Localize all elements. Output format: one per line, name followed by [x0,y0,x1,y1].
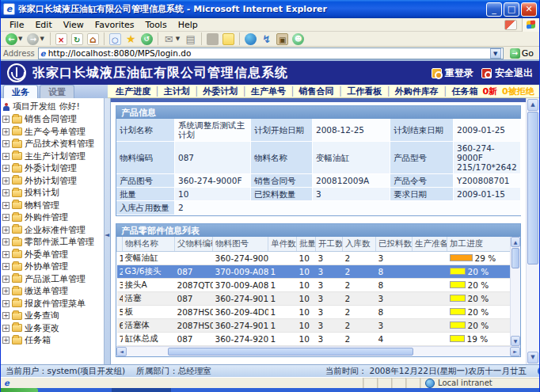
column-header[interactable]: 入库数 [343,237,376,252]
history-icon[interactable]: ↺ [139,32,154,46]
home-icon[interactable]: ⌂ [86,32,101,46]
expand-icon[interactable]: + [2,337,10,344]
sidebar-item-10[interactable]: +企业标准件管理 [1,224,104,237]
go-button[interactable]: → Go [507,48,537,59]
scroll-down-icon[interactable]: ▼ [511,336,520,346]
column-header[interactable]: 物料名称 [123,237,175,252]
maximize-button[interactable]: □ [504,2,519,17]
column-header[interactable]: 加工进度 [447,237,511,252]
tab-业务[interactable]: 业务 [3,85,38,98]
nav-item-6[interactable]: 工作看板 [347,86,382,97]
expand-icon[interactable]: + [2,226,10,234]
print-icon[interactable]: ▤ [183,32,198,46]
stop-icon[interactable]: × [54,32,69,46]
favorites-icon[interactable]: ★ [124,32,139,46]
table-row[interactable]: 6活塞体2087HS002360-274-9011W11032320 % [117,318,511,332]
page-scroll-down-icon[interactable]: ▼ [527,352,538,363]
column-header[interactable]: 已投料数 [376,237,413,252]
taskbar-task-button[interactable] [112,388,171,392]
forward-dropdown-icon[interactable]: ▼ [39,36,44,42]
scroll-right-icon[interactable]: ► [510,347,520,356]
show-help-link[interactable]: ? 显示帮助 [538,366,540,377]
table-row[interactable]: 5板2087HS002360-209-4D01011032820 % [117,305,511,318]
table-row[interactable]: 2G3/6接头087370-009-A084011032820 % [117,265,511,278]
forward-icon[interactable]: →▼ [25,32,46,46]
expand-icon[interactable]: + [2,189,10,196]
table-row[interactable]: 4活塞087360-274-9010F11032320 % [117,291,511,305]
expand-icon[interactable]: + [2,202,10,209]
page-scroll-up-icon[interactable]: ▲ [527,99,538,111]
refresh-icon[interactable]: ↻ [70,32,85,46]
sidebar-item-11[interactable]: +零部件派工单管理 [1,236,104,249]
expand-icon[interactable]: + [2,325,10,332]
sidebar-splitter[interactable]: ◄ [105,98,111,364]
nav-item-3[interactable]: 外委计划 [203,86,238,97]
menu-item-view[interactable]: View [58,19,89,31]
column-header[interactable]: 单件数量 [268,237,297,252]
address-input[interactable] [48,48,488,59]
sidebar-item-2[interactable]: +生产令号单管理 [1,126,104,139]
sidebar-item-18[interactable]: +业务更改 [1,322,104,335]
world-icon[interactable] [243,32,258,46]
column-header[interactable]: 父物料编码 [175,237,213,252]
column-header[interactable]: 生产准备 [413,237,447,252]
sidebar-item-4[interactable]: +主生产计划管理 [1,150,104,163]
nav-item-8[interactable]: 任务箱 [451,86,477,97]
page-vertical-scrollbar[interactable]: ▲ ▼ [526,98,539,364]
logout-button[interactable]: 安全退出 [481,67,533,80]
research-icon[interactable]: ▣ [275,32,290,46]
nav-item-2[interactable]: 主计划 [164,86,190,97]
sidebar-item-17[interactable]: +业务查询 [1,310,104,322]
sidebar-item-7[interactable]: +投料计划 [1,187,104,200]
relogin-button[interactable]: 重登录 [432,67,473,80]
sidebar-item-9[interactable]: +外购件管理 [1,211,104,224]
note-icon[interactable] [221,32,236,46]
column-header[interactable]: 批量 [297,237,316,252]
parts-vertical-scrollbar[interactable]: ▲ ▼ [510,237,520,346]
parts-horizontal-scrollbar[interactable]: ◄ ► [116,346,520,356]
windows-taskbar[interactable] [1,388,539,392]
expand-icon[interactable]: + [2,140,10,147]
messenger-icon[interactable]: ☻ [291,32,306,46]
tab-设置[interactable]: 设置 [40,85,74,98]
mail-dropdown-icon[interactable]: ▼ [175,36,181,42]
page-scroll-thumb[interactable] [527,112,538,265]
table-row[interactable]: 7缸体总成087360-274-9200F11032419 % [117,332,511,345]
back-icon[interactable]: ←▼ [4,32,25,46]
minimize-button[interactable]: _ [486,2,502,17]
expand-icon[interactable]: + [2,238,10,245]
expand-icon[interactable]: + [2,153,10,160]
draw-icon[interactable]: ↯ [259,32,274,46]
address-dropdown-icon[interactable]: ▼ [490,48,501,59]
sidebar-item-13[interactable]: +外协单管理 [1,261,104,273]
expand-icon[interactable]: + [2,214,10,221]
expand-icon[interactable]: + [2,116,10,123]
menu-item-file[interactable]: File [4,19,29,31]
expand-icon[interactable]: + [2,276,10,283]
sidebar-item-19[interactable]: +任务箱 [1,334,104,347]
search-icon[interactable]: ○ [108,32,123,46]
column-header[interactable]: 开工数 [316,237,343,252]
menu-item-favorites[interactable]: Favorites [89,19,140,31]
parts-scroll-thumb[interactable] [511,248,519,268]
start-button[interactable] [1,388,38,392]
sidebar-item-15[interactable]: +缴送单管理 [1,285,104,298]
toolbar-extension-icon[interactable] [504,20,517,30]
sidebar-item-8[interactable]: +物料管理 [1,200,104,212]
nav-item-5[interactable]: 销售合同 [299,86,334,97]
sidebar-item-6[interactable]: +外协计划管理 [1,175,104,188]
nav-item-4[interactable]: 生产单号 [251,86,286,97]
column-header[interactable] [117,237,123,252]
menu-item-tools[interactable]: Tools [140,19,173,31]
column-header[interactable]: 物料图号 [213,237,268,252]
expand-icon[interactable]: + [2,312,10,319]
mail-icon[interactable]: ✉▼ [162,32,182,46]
back-dropdown-icon[interactable]: ▼ [17,36,23,42]
scroll-up-icon[interactable]: ▲ [511,237,520,247]
sidebar-item-12[interactable]: +外委单管理 [1,249,104,261]
sidebar-item-16[interactable]: +报废件管理菜单 [1,298,104,310]
expand-icon[interactable]: + [2,263,10,270]
table-row[interactable]: 1变幅油缸360-274-9000F1032329 % [117,251,511,265]
expand-icon[interactable]: + [2,128,10,135]
parts-hscroll-thumb[interactable] [168,348,413,356]
